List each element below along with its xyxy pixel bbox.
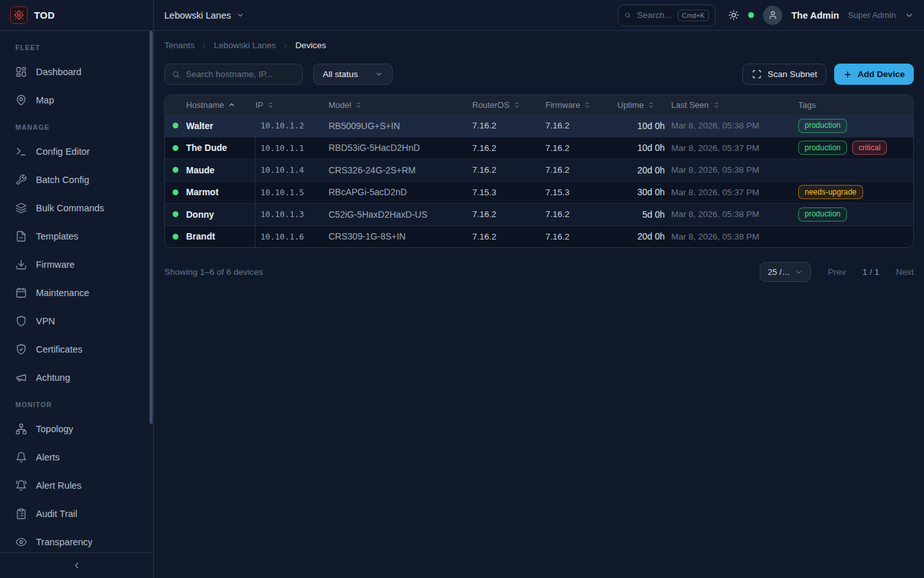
sidebar-item-label: Alerts (36, 452, 60, 462)
firmware-cell: 7.16.2 (545, 232, 617, 241)
sidebar-item-bulk-commands[interactable]: Bulk Commands (0, 194, 153, 222)
sidebar-item-label: Templates (36, 231, 78, 241)
theme-toggle-button[interactable] (728, 10, 739, 21)
prev-page-button[interactable]: Prev (828, 267, 846, 277)
breadcrumb-item: Devices (295, 40, 326, 50)
online-status-dot (173, 167, 178, 173)
device-row-marmot[interactable]: Marmot10.10.1.5RBcAPGi-5acD2nD7.15.37.15… (165, 181, 913, 204)
sidebar-collapse-button[interactable] (0, 552, 153, 578)
wrench-icon (15, 174, 27, 186)
ip-cell: 10.10.1.2 (255, 121, 329, 130)
shield-check-icon (15, 344, 27, 355)
device-row-brandt[interactable]: Brandt10.10.1.6CRS309-1G-8S+IN7.16.27.16… (165, 225, 913, 248)
megaphone-icon (15, 372, 27, 383)
sidebar-item-dashboard[interactable]: Dashboard (0, 58, 153, 86)
clipboard-icon (15, 508, 27, 520)
device-search-input[interactable] (185, 69, 295, 79)
tag-needs-upgrade: needs-upgrade (798, 185, 863, 199)
firmware-cell: 7.15.3 (545, 188, 617, 197)
sidebar-item-label: Maintenance (36, 288, 89, 298)
online-status-dot (173, 123, 178, 128)
shield-icon (15, 315, 27, 327)
sidebar-item-alerts[interactable]: Alerts (0, 443, 153, 471)
sidebar-item-firmware[interactable]: Firmware (0, 250, 153, 279)
page-size-select[interactable]: 25 /… (760, 262, 812, 282)
user-menu-chevron-icon[interactable] (905, 11, 914, 20)
download-icon (15, 259, 27, 270)
status-filter-select[interactable]: All status (313, 64, 393, 85)
sidebar-section-label: FLEET (0, 35, 153, 58)
sidebar-item-vpn[interactable]: VPN (0, 307, 153, 335)
user-role: Super Admin (848, 10, 896, 20)
sidebar-item-audit-trail[interactable]: Audit Trail (0, 500, 153, 528)
column-header-ip[interactable]: IP (255, 100, 329, 110)
column-header-last-seen[interactable]: Last Seen (671, 100, 798, 110)
device-row-walter[interactable]: Walter10.10.1.2RB5009UG+S+IN7.16.27.16.2… (165, 114, 913, 137)
uptime-cell: 30d 0h (617, 187, 671, 197)
routeros-cell: 7.16.2 (472, 121, 545, 130)
user-avatar[interactable] (763, 6, 782, 25)
status-filter-value: All status (323, 69, 358, 79)
column-header-hostname[interactable]: Hostname (186, 100, 255, 110)
breadcrumb-item[interactable]: Tenants (164, 40, 194, 50)
sidebar-item-label: Achtung (36, 372, 70, 383)
model-cell: RBD53iG-5HacD2HnD (329, 143, 472, 153)
tag-production: production (798, 119, 847, 133)
column-header-uptime[interactable]: Uptime (617, 100, 671, 110)
ip-cell: 10.10.1.1 (255, 143, 329, 153)
device-row-maude[interactable]: Maude10.10.1.4CRS326-24G-2S+RM7.16.27.16… (165, 159, 913, 181)
add-device-label: Add Device (857, 69, 905, 79)
table-header-row: HostnameIPModelRouterOSFirmwareUptimeLas… (165, 95, 913, 114)
tenant-selector[interactable]: Lebowski Lanes (164, 10, 244, 21)
tags-cell: needs-upgrade (798, 185, 913, 199)
sidebar-item-topology[interactable]: Topology (0, 415, 153, 443)
uptime-cell: 10d 0h (617, 143, 671, 153)
sidebar-item-achtung[interactable]: Achtung (0, 363, 153, 392)
sidebar-item-label: Bulk Commands (36, 203, 104, 213)
page-size-value: 25 /… (768, 267, 791, 277)
global-search[interactable]: Search... Cmd+K (618, 4, 715, 26)
sidebar-item-transparency[interactable]: Transparency (0, 528, 153, 552)
hostname-cell: Marmot (186, 182, 255, 204)
tag-production: production (798, 207, 847, 222)
chevron-left-icon (72, 561, 81, 570)
device-status-cell (165, 234, 186, 240)
column-header-firmware[interactable]: Firmware (545, 100, 617, 110)
sidebar-item-map[interactable]: Map (0, 86, 153, 114)
sidebar-scrollbar[interactable] (150, 31, 153, 424)
terminal-icon (15, 146, 27, 157)
topbar: TOD Lebowski Lanes Search... Cmd+K The A… (0, 0, 924, 31)
tag-production: production (798, 141, 847, 155)
shortcut-badge: Cmd+K (678, 10, 709, 21)
sidebar: FLEETDashboardMapMANAGEConfig EditorBatc… (0, 31, 154, 578)
toolbar-actions: Scan Subnet Add Device (742, 64, 914, 85)
add-device-button[interactable]: Add Device (834, 64, 914, 85)
sidebar-item-templates[interactable]: Templates (0, 222, 153, 250)
column-header-routeros[interactable]: RouterOS (472, 100, 545, 110)
sidebar-item-maintenance[interactable]: Maintenance (0, 279, 153, 307)
device-status-cell (165, 167, 186, 173)
firmware-cell: 7.16.2 (545, 121, 617, 130)
column-header-model[interactable]: Model (329, 100, 472, 110)
sidebar-item-config-editor[interactable]: Config Editor (0, 137, 153, 166)
device-row-donny[interactable]: Donny10.10.1.3C52iG-5HaxD2HaxD-US7.16.27… (165, 203, 913, 225)
sidebar-item-label: Audit Trail (36, 509, 77, 519)
device-status-cell (165, 145, 186, 151)
sidebar-item-certificates[interactable]: Certificates (0, 335, 153, 363)
device-search[interactable] (164, 64, 303, 85)
device-status-cell (165, 123, 186, 128)
last-seen-cell: Mar 8, 2026, 05:38 PM (671, 209, 798, 219)
sidebar-item-alert-rules[interactable]: Alert Rules (0, 471, 153, 500)
sidebar-item-batch-config[interactable]: Batch Config (0, 166, 153, 194)
scan-subnet-button[interactable]: Scan Subnet (742, 64, 826, 85)
last-seen-cell: Mar 8, 2026, 05:38 PM (671, 232, 798, 241)
hostname-cell: Walter (186, 115, 255, 137)
sidebar-item-label: Topology (36, 424, 73, 434)
breadcrumb-item[interactable]: Lebowski Lanes (214, 40, 276, 50)
sidebar-item-label: Transparency (36, 537, 92, 547)
uptime-cell: 20d 0h (617, 231, 671, 241)
hostname-cell: Brandt (186, 226, 255, 248)
routeros-cell: 7.16.2 (472, 143, 545, 153)
next-page-button[interactable]: Next (896, 267, 914, 277)
device-row-the-dude[interactable]: The Dude10.10.1.1RBD53iG-5HacD2HnD7.16.2… (165, 137, 913, 159)
